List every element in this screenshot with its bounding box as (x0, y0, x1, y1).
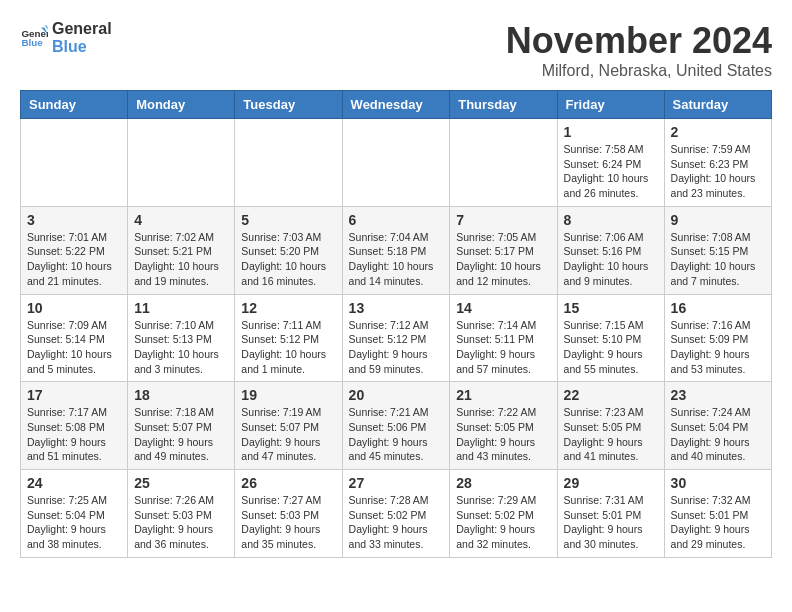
day-info: Sunrise: 7:16 AM Sunset: 5:09 PM Dayligh… (671, 318, 765, 377)
logo: General Blue General Blue (20, 20, 112, 55)
weekday-header-row: SundayMondayTuesdayWednesdayThursdayFrid… (21, 91, 772, 119)
day-info: Sunrise: 7:04 AM Sunset: 5:18 PM Dayligh… (349, 230, 444, 289)
calendar-cell: 9Sunrise: 7:08 AM Sunset: 5:15 PM Daylig… (664, 206, 771, 294)
day-number: 18 (134, 387, 228, 403)
day-info: Sunrise: 7:58 AM Sunset: 6:24 PM Dayligh… (564, 142, 658, 201)
day-info: Sunrise: 7:24 AM Sunset: 5:04 PM Dayligh… (671, 405, 765, 464)
calendar-cell: 10Sunrise: 7:09 AM Sunset: 5:14 PM Dayli… (21, 294, 128, 382)
day-info: Sunrise: 7:17 AM Sunset: 5:08 PM Dayligh… (27, 405, 121, 464)
weekday-sunday: Sunday (21, 91, 128, 119)
day-number: 15 (564, 300, 658, 316)
day-info: Sunrise: 7:15 AM Sunset: 5:10 PM Dayligh… (564, 318, 658, 377)
day-number: 6 (349, 212, 444, 228)
day-number: 28 (456, 475, 550, 491)
day-number: 29 (564, 475, 658, 491)
calendar-cell: 8Sunrise: 7:06 AM Sunset: 5:16 PM Daylig… (557, 206, 664, 294)
calendar-cell: 7Sunrise: 7:05 AM Sunset: 5:17 PM Daylig… (450, 206, 557, 294)
header: General Blue General Blue November 2024 … (20, 20, 772, 80)
day-number: 8 (564, 212, 658, 228)
calendar-cell: 22Sunrise: 7:23 AM Sunset: 5:05 PM Dayli… (557, 382, 664, 470)
calendar-cell: 24Sunrise: 7:25 AM Sunset: 5:04 PM Dayli… (21, 470, 128, 558)
day-info: Sunrise: 7:08 AM Sunset: 5:15 PM Dayligh… (671, 230, 765, 289)
logo-general: General (52, 20, 112, 38)
calendar-cell: 28Sunrise: 7:29 AM Sunset: 5:02 PM Dayli… (450, 470, 557, 558)
calendar-cell: 29Sunrise: 7:31 AM Sunset: 5:01 PM Dayli… (557, 470, 664, 558)
day-number: 16 (671, 300, 765, 316)
day-info: Sunrise: 7:02 AM Sunset: 5:21 PM Dayligh… (134, 230, 228, 289)
day-info: Sunrise: 7:10 AM Sunset: 5:13 PM Dayligh… (134, 318, 228, 377)
day-number: 11 (134, 300, 228, 316)
calendar-cell: 2Sunrise: 7:59 AM Sunset: 6:23 PM Daylig… (664, 119, 771, 207)
day-number: 23 (671, 387, 765, 403)
calendar-cell: 25Sunrise: 7:26 AM Sunset: 5:03 PM Dayli… (128, 470, 235, 558)
day-info: Sunrise: 7:05 AM Sunset: 5:17 PM Dayligh… (456, 230, 550, 289)
calendar-cell: 27Sunrise: 7:28 AM Sunset: 5:02 PM Dayli… (342, 470, 450, 558)
week-row-3: 10Sunrise: 7:09 AM Sunset: 5:14 PM Dayli… (21, 294, 772, 382)
calendar-cell: 14Sunrise: 7:14 AM Sunset: 5:11 PM Dayli… (450, 294, 557, 382)
day-info: Sunrise: 7:32 AM Sunset: 5:01 PM Dayligh… (671, 493, 765, 552)
calendar-cell (128, 119, 235, 207)
day-info: Sunrise: 7:23 AM Sunset: 5:05 PM Dayligh… (564, 405, 658, 464)
calendar-cell: 16Sunrise: 7:16 AM Sunset: 5:09 PM Dayli… (664, 294, 771, 382)
day-info: Sunrise: 7:59 AM Sunset: 6:23 PM Dayligh… (671, 142, 765, 201)
calendar: SundayMondayTuesdayWednesdayThursdayFrid… (20, 90, 772, 558)
weekday-friday: Friday (557, 91, 664, 119)
calendar-cell: 1Sunrise: 7:58 AM Sunset: 6:24 PM Daylig… (557, 119, 664, 207)
day-number: 17 (27, 387, 121, 403)
calendar-cell: 12Sunrise: 7:11 AM Sunset: 5:12 PM Dayli… (235, 294, 342, 382)
day-info: Sunrise: 7:29 AM Sunset: 5:02 PM Dayligh… (456, 493, 550, 552)
calendar-cell (342, 119, 450, 207)
weekday-wednesday: Wednesday (342, 91, 450, 119)
calendar-cell: 30Sunrise: 7:32 AM Sunset: 5:01 PM Dayli… (664, 470, 771, 558)
weekday-thursday: Thursday (450, 91, 557, 119)
day-number: 27 (349, 475, 444, 491)
day-info: Sunrise: 7:25 AM Sunset: 5:04 PM Dayligh… (27, 493, 121, 552)
day-info: Sunrise: 7:31 AM Sunset: 5:01 PM Dayligh… (564, 493, 658, 552)
week-row-5: 24Sunrise: 7:25 AM Sunset: 5:04 PM Dayli… (21, 470, 772, 558)
day-number: 22 (564, 387, 658, 403)
day-number: 9 (671, 212, 765, 228)
calendar-cell: 20Sunrise: 7:21 AM Sunset: 5:06 PM Dayli… (342, 382, 450, 470)
svg-text:Blue: Blue (21, 37, 43, 48)
calendar-cell: 15Sunrise: 7:15 AM Sunset: 5:10 PM Dayli… (557, 294, 664, 382)
page-subtitle: Milford, Nebraska, United States (506, 62, 772, 80)
logo-blue: Blue (52, 38, 112, 56)
calendar-cell: 13Sunrise: 7:12 AM Sunset: 5:12 PM Dayli… (342, 294, 450, 382)
day-info: Sunrise: 7:18 AM Sunset: 5:07 PM Dayligh… (134, 405, 228, 464)
calendar-cell: 19Sunrise: 7:19 AM Sunset: 5:07 PM Dayli… (235, 382, 342, 470)
day-info: Sunrise: 7:12 AM Sunset: 5:12 PM Dayligh… (349, 318, 444, 377)
day-info: Sunrise: 7:21 AM Sunset: 5:06 PM Dayligh… (349, 405, 444, 464)
calendar-cell: 5Sunrise: 7:03 AM Sunset: 5:20 PM Daylig… (235, 206, 342, 294)
day-info: Sunrise: 7:06 AM Sunset: 5:16 PM Dayligh… (564, 230, 658, 289)
page-title: November 2024 (506, 20, 772, 62)
calendar-cell: 4Sunrise: 7:02 AM Sunset: 5:21 PM Daylig… (128, 206, 235, 294)
day-number: 1 (564, 124, 658, 140)
day-info: Sunrise: 7:27 AM Sunset: 5:03 PM Dayligh… (241, 493, 335, 552)
day-info: Sunrise: 7:22 AM Sunset: 5:05 PM Dayligh… (456, 405, 550, 464)
week-row-2: 3Sunrise: 7:01 AM Sunset: 5:22 PM Daylig… (21, 206, 772, 294)
day-number: 10 (27, 300, 121, 316)
day-info: Sunrise: 7:26 AM Sunset: 5:03 PM Dayligh… (134, 493, 228, 552)
day-info: Sunrise: 7:28 AM Sunset: 5:02 PM Dayligh… (349, 493, 444, 552)
day-number: 2 (671, 124, 765, 140)
day-number: 24 (27, 475, 121, 491)
day-number: 30 (671, 475, 765, 491)
day-number: 4 (134, 212, 228, 228)
week-row-1: 1Sunrise: 7:58 AM Sunset: 6:24 PM Daylig… (21, 119, 772, 207)
day-number: 13 (349, 300, 444, 316)
weekday-tuesday: Tuesday (235, 91, 342, 119)
calendar-cell: 17Sunrise: 7:17 AM Sunset: 5:08 PM Dayli… (21, 382, 128, 470)
week-row-4: 17Sunrise: 7:17 AM Sunset: 5:08 PM Dayli… (21, 382, 772, 470)
day-number: 21 (456, 387, 550, 403)
day-number: 26 (241, 475, 335, 491)
weekday-monday: Monday (128, 91, 235, 119)
calendar-cell (21, 119, 128, 207)
day-number: 12 (241, 300, 335, 316)
day-info: Sunrise: 7:09 AM Sunset: 5:14 PM Dayligh… (27, 318, 121, 377)
day-number: 19 (241, 387, 335, 403)
day-number: 25 (134, 475, 228, 491)
logo-icon: General Blue (20, 24, 48, 52)
calendar-cell: 26Sunrise: 7:27 AM Sunset: 5:03 PM Dayli… (235, 470, 342, 558)
day-number: 3 (27, 212, 121, 228)
day-number: 20 (349, 387, 444, 403)
